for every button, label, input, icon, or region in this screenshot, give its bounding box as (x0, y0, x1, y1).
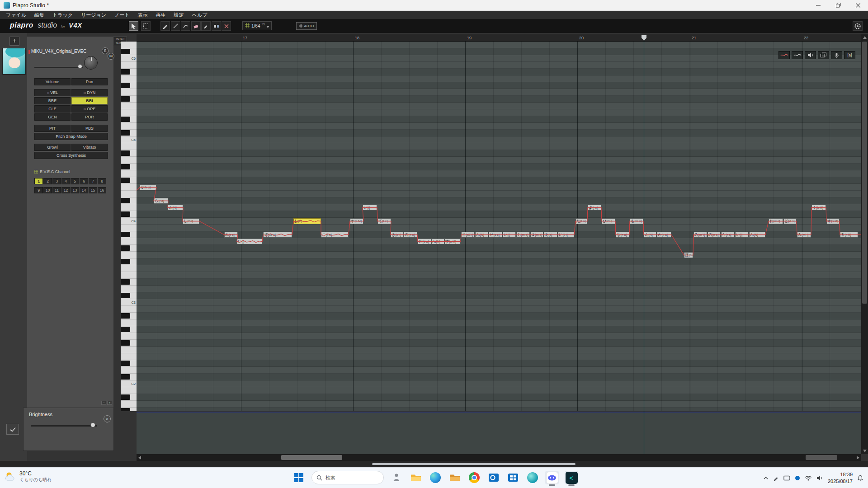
piano-key[interactable] (121, 191, 137, 197)
menu-item[interactable]: リージョン (77, 12, 110, 19)
evec-channel-button[interactable]: 12 (61, 187, 70, 193)
piano-key[interactable] (121, 265, 137, 272)
taskbar-app-outlook[interactable] (487, 471, 500, 484)
param-button-volume[interactable]: Volume (34, 78, 71, 85)
piano-key[interactable] (121, 48, 137, 55)
piano-key[interactable] (121, 96, 137, 103)
piano-key[interactable] (121, 177, 137, 184)
horizontal-scrollbar[interactable] (137, 454, 861, 461)
tool-pencil-button[interactable] (160, 21, 170, 31)
minimize-button[interactable] (808, 0, 828, 10)
piano-key[interactable] (121, 313, 137, 319)
piano-key[interactable] (121, 401, 137, 408)
taskbar-app-folder[interactable] (448, 471, 462, 484)
piano-key[interactable] (121, 340, 137, 347)
piano-key[interactable] (121, 286, 137, 292)
taskbar-app-edge[interactable] (429, 471, 442, 484)
taskbar-app-chrome[interactable] (467, 471, 481, 484)
piano-key[interactable]: C3 (121, 299, 137, 306)
piano-key[interactable]: C5 (121, 136, 137, 143)
evec-channel-button[interactable]: 13 (71, 187, 79, 193)
param-button-vibrato[interactable]: Vibrato (71, 144, 108, 151)
restore-button[interactable] (828, 0, 848, 10)
piano-key[interactable]: C4 (121, 218, 137, 225)
piano-key[interactable] (121, 319, 137, 326)
piano-key[interactable]: C2 (121, 380, 137, 387)
roll-button-mic[interactable] (831, 51, 842, 59)
piano-key[interactable] (121, 204, 137, 211)
param-auto-button[interactable]: a (104, 415, 111, 422)
piano-key[interactable]: C6 (121, 55, 137, 62)
roll-button-param-a[interactable]: [a] (844, 51, 855, 59)
piano-key[interactable] (121, 272, 137, 279)
param-button-cle[interactable]: CLE (34, 105, 71, 113)
brightness-slider[interactable] (31, 425, 97, 427)
add-track-button[interactable]: + (9, 37, 19, 46)
menu-item[interactable]: 編集 (30, 12, 48, 19)
taskbar-app-store[interactable] (506, 471, 520, 484)
tool-select-button[interactable] (141, 21, 151, 31)
piano-key[interactable] (121, 408, 137, 411)
grid-selector[interactable]: 1/64 25 (242, 21, 272, 30)
piano-key[interactable] (121, 387, 137, 394)
piano-key[interactable] (121, 123, 137, 130)
auto-button[interactable]: AUTO (296, 22, 317, 30)
evec-channel-button[interactable]: 8 (98, 178, 106, 184)
piano-key[interactable] (121, 211, 137, 218)
notification-bell-button[interactable] (857, 475, 863, 481)
piano-key[interactable] (121, 326, 137, 333)
tool-delete-button[interactable] (222, 21, 231, 31)
tray-onedrive-icon[interactable] (795, 475, 800, 481)
vertical-scrollbar[interactable] (861, 34, 868, 454)
piano-key[interactable] (121, 245, 137, 252)
scroll-right-button[interactable] (855, 454, 861, 461)
menu-item[interactable]: 表示 (134, 12, 152, 19)
taskbar-clock[interactable]: 18:39 2025/08/17 (828, 471, 853, 485)
confirm-check-button[interactable] (6, 424, 19, 435)
menu-item[interactable]: 設定 (170, 12, 188, 19)
pan-knob[interactable] (84, 56, 98, 70)
taskbar-search-box[interactable]: 検索 (311, 471, 384, 484)
piano-key[interactable] (121, 252, 137, 258)
param-button-ope[interactable]: ılıOPE (71, 105, 108, 113)
scroll-down-button[interactable] (861, 448, 868, 454)
piano-key[interactable] (121, 75, 137, 82)
piano-key[interactable] (121, 69, 137, 75)
tool-eraser-button[interactable] (191, 21, 201, 31)
piano-key[interactable] (121, 347, 137, 353)
piano-key[interactable] (121, 184, 137, 191)
piano-key[interactable] (121, 82, 137, 89)
piano-key[interactable] (121, 150, 137, 157)
piano-key[interactable] (121, 231, 137, 238)
tool-pointer-button[interactable] (129, 21, 138, 31)
mute-button[interactable]: M (108, 53, 114, 60)
horizontal-scroll-thumb[interactable] (281, 455, 342, 460)
param-button-pan[interactable]: Pan (71, 78, 108, 85)
tool-brush-button[interactable] (201, 21, 211, 31)
tool-curve-button[interactable] (181, 21, 190, 31)
start-button[interactable] (292, 471, 306, 484)
evec-channel-button[interactable]: 16 (98, 187, 106, 193)
piano-key[interactable] (121, 225, 137, 231)
taskbar-app-figure[interactable] (390, 471, 403, 484)
piano-roll-canvas[interactable]: か[k a]ら[r a]ん[N]し[S i]れ[r e]い[i]ぞ[dz o]お… (137, 42, 861, 411)
param-button-bre[interactable]: BRE (34, 97, 71, 104)
evec-channel-button[interactable]: 5 (71, 178, 79, 184)
piano-key[interactable] (121, 109, 137, 116)
piano-key[interactable] (121, 353, 137, 360)
timeline-ruler[interactable]: 171819202122 (137, 34, 861, 42)
scroll-left-button[interactable] (137, 454, 143, 461)
piano-key[interactable] (121, 292, 137, 299)
tray-pen-icon[interactable] (773, 475, 779, 481)
tray-volume-icon[interactable] (816, 475, 823, 481)
piano-key[interactable] (121, 62, 137, 69)
taskbar-app-explorer[interactable] (409, 471, 423, 484)
volume-slider[interactable] (34, 67, 83, 68)
param-button-gen[interactable]: GEN (34, 113, 71, 121)
piano-key[interactable] (121, 164, 137, 170)
resize-grip[interactable] (372, 463, 576, 465)
roll-button-pitch-line[interactable] (778, 51, 790, 59)
evec-channel-button[interactable]: 10 (43, 187, 52, 193)
weather-widget[interactable]: 30°C くもりのち晴れ (5, 470, 52, 483)
piano-key[interactable] (121, 258, 137, 265)
